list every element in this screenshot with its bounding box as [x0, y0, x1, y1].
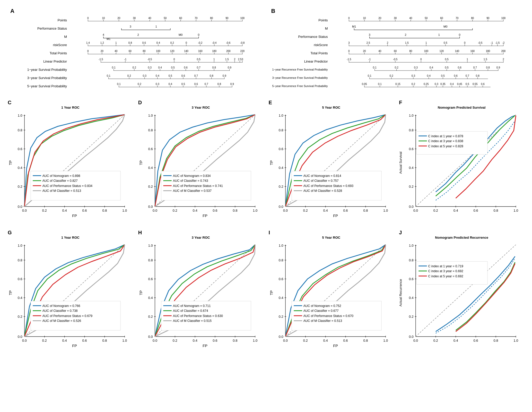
svg-text:0.8: 0.8 — [476, 74, 479, 77]
svg-text:0.2: 0.2 — [127, 74, 131, 77]
nomo-scale-5yr-a: 0.1 0.2 0.3 0.4 0.5 0.6 0.7 — [69, 82, 261, 90]
svg-text:0.8: 0.8 — [363, 339, 368, 342]
svg-text:0.3: 0.3 — [143, 74, 146, 77]
chart-panel-e: E 5 Year ROC 0.0 0.2 0.4 0.6 0.8 1.0 — [266, 98, 397, 225]
svg-text:0.1: 0.1 — [368, 74, 371, 77]
svg-text:40: 40 — [148, 17, 151, 20]
svg-text:AUC of Classifier = 0.674: AUC of Classifier = 0.674 — [173, 309, 208, 313]
panel-a-label: A — [10, 8, 261, 14]
chart-j-svg: 0.0 0.2 0.4 0.6 0.8 1.0 0.0 0.2 0.4 — [399, 241, 524, 353]
svg-text:0.0: 0.0 — [413, 209, 418, 212]
nomogram-panel-a: A Points 0 10 20 30 — [5, 5, 266, 93]
nomo-scale-m-b: M1 M0 — [330, 25, 522, 32]
svg-text:0.4: 0.4 — [193, 209, 197, 212]
svg-text:0.2: 0.2 — [433, 209, 438, 212]
svg-text:90: 90 — [486, 17, 490, 20]
svg-text:10: 10 — [102, 17, 105, 20]
chart-d-label: D — [138, 100, 264, 106]
svg-text:120: 120 — [170, 50, 175, 53]
svg-text:3: 3 — [242, 58, 243, 61]
svg-text:20: 20 — [363, 50, 366, 53]
svg-text:0.6: 0.6 — [458, 66, 461, 69]
svg-text:0.8: 0.8 — [148, 258, 153, 262]
svg-text:0.6: 0.6 — [184, 66, 188, 69]
nomo-scale-total-b: 0 20 40 60 80 100 120 140 — [330, 49, 522, 57]
svg-text:0.4: 0.4 — [453, 209, 458, 212]
svg-text:3: 3 — [348, 41, 350, 44]
nomo-scale-5yr-b: 0.05 0.1 0.15 0.2 0.25 0.3 0.35 — [330, 82, 522, 90]
svg-text:0.0: 0.0 — [148, 335, 153, 339]
nomo-label-perf-b: Performance Status — [271, 35, 330, 39]
svg-text:2: 2 — [234, 58, 236, 61]
svg-text:0.0: 0.0 — [278, 335, 283, 339]
chart-panel-g: G 1 Year ROC 0.0 0.2 0.4 0.6 0.8 1.0 — [5, 228, 136, 355]
svg-text:0.6: 0.6 — [474, 339, 478, 342]
nomo-item-5yr-a: 5−year Survival Probability 0.1 0.2 0.3 … — [10, 82, 261, 90]
svg-text:AUC of M Classifier = 0.537: AUC of M Classifier = 0.537 — [173, 189, 212, 193]
svg-text:TP: TP — [269, 290, 274, 295]
nomo-item-risk-b: riskScore 3 2.5 2 1.5 1 — [271, 41, 522, 48]
chart-c-label: C — [8, 100, 133, 106]
svg-text:4: 4 — [103, 33, 104, 36]
nomo-scale-points-a: 0 10 20 30 40 50 60 70 — [69, 16, 261, 24]
svg-text:220: 220 — [240, 50, 245, 53]
svg-text:0.45: 0.45 — [457, 83, 462, 85]
svg-text:AUC of Nomogram = 0.752: AUC of Nomogram = 0.752 — [303, 304, 341, 308]
svg-text:0.6: 0.6 — [481, 83, 484, 85]
svg-text:0.2: 0.2 — [389, 74, 393, 77]
svg-text:0.4: 0.4 — [18, 296, 22, 300]
svg-text:0.4: 0.4 — [169, 83, 172, 85]
chart-c-title: 1 Year ROC — [8, 106, 133, 109]
svg-text:180: 180 — [212, 50, 216, 53]
svg-text:0.8: 0.8 — [409, 128, 414, 132]
svg-text:0.4: 0.4 — [148, 166, 153, 170]
svg-text:1: 1 — [115, 41, 117, 44]
svg-text:0.2: 0.2 — [173, 339, 177, 342]
charts-row-1: C 1 Year ROC 0.0 0.2 0.4 0.6 — [5, 98, 527, 225]
svg-text:AUC of M Classifier = 0.528: AUC of M Classifier = 0.528 — [303, 189, 342, 193]
svg-text:TP: TP — [8, 160, 13, 165]
svg-text:0: 0 — [186, 41, 187, 44]
nomo-scale-1yr-b: 0.1 0.2 0.3 0.4 0.5 0.6 0.7 — [330, 66, 522, 73]
svg-text:30: 30 — [133, 17, 136, 20]
chart-c-svg: 0.0 0.2 0.4 0.6 0.8 1.0 0.0 0.2 — [8, 110, 133, 223]
svg-text:0.5: 0.5 — [445, 58, 448, 61]
svg-text:0.9: 0.9 — [228, 66, 231, 69]
svg-text:-0.6: -0.6 — [226, 41, 231, 44]
chart-h-label: H — [138, 230, 264, 236]
svg-text:AUC of Nomogram = 0.766: AUC of Nomogram = 0.766 — [42, 304, 80, 308]
chart-panel-i: I 5 Year ROC 0.0 0.2 0.4 0.6 0.8 1.0 — [266, 228, 397, 355]
svg-text:0.7: 0.7 — [473, 66, 477, 69]
nomo-item-total-b: Total Points 0 20 40 60 80 — [271, 49, 522, 57]
nomo-label-lp-b: Linear Predictor — [271, 59, 330, 63]
svg-text:0.8: 0.8 — [278, 258, 283, 262]
svg-text:0.5: 0.5 — [441, 74, 444, 77]
svg-text:0.4: 0.4 — [427, 74, 430, 77]
svg-text:0.3: 0.3 — [414, 66, 417, 69]
svg-text:0.5: 0.5 — [169, 74, 172, 77]
chart-h-title: 3 Year ROC — [138, 236, 264, 239]
svg-text:0.5: 0.5 — [443, 41, 447, 44]
nomo-item-points-a: Points 0 10 20 30 40 — [10, 16, 261, 24]
svg-text:0: 0 — [459, 33, 460, 36]
svg-text:FP: FP — [203, 344, 207, 348]
svg-text:40: 40 — [115, 50, 118, 53]
svg-text:0.0: 0.0 — [18, 205, 22, 209]
svg-text:-0.4: -0.4 — [212, 41, 217, 44]
svg-text:200: 200 — [226, 50, 231, 53]
svg-text:1.0: 1.0 — [253, 209, 257, 212]
svg-text:0: 0 — [348, 17, 350, 20]
svg-text:0.2: 0.2 — [18, 315, 22, 319]
chart-f-title: Nomogram Predicted Survival — [399, 106, 524, 109]
svg-text:0: 0 — [87, 50, 89, 53]
svg-text:C index at 3 year = 0.838: C index at 3 year = 0.838 — [428, 139, 463, 143]
svg-text:0.8: 0.8 — [212, 66, 216, 69]
svg-text:0.6: 0.6 — [409, 147, 414, 151]
svg-text:70: 70 — [456, 17, 459, 20]
svg-text:0.6: 0.6 — [82, 339, 87, 342]
panel-b-label: B — [271, 8, 522, 14]
svg-text:0.4: 0.4 — [429, 66, 433, 69]
svg-text:1: 1 — [155, 25, 157, 28]
nomo-item-points-b: Points 0 10 20 30 40 — [271, 16, 522, 24]
svg-text:0.4: 0.4 — [156, 41, 160, 44]
